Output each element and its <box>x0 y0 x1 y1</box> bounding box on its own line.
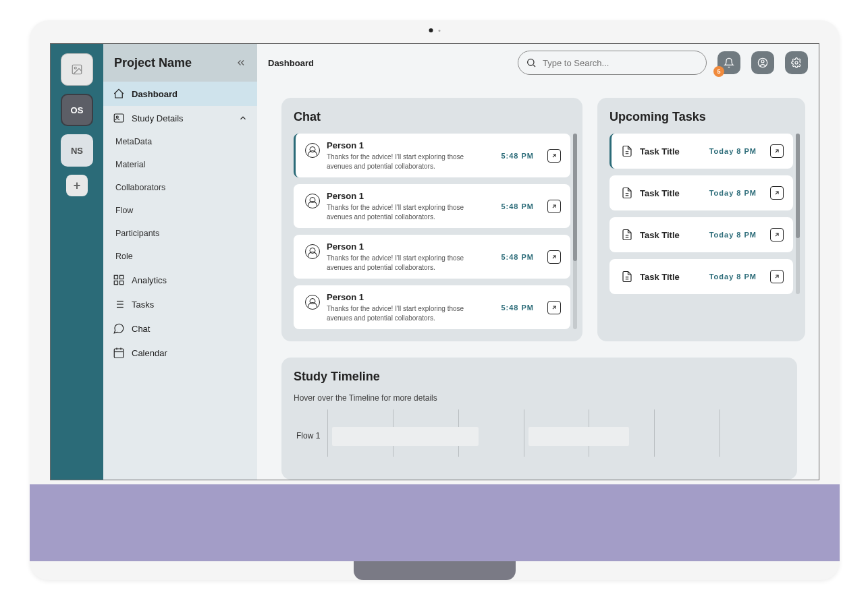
sidebar-item-study-details[interactable]: Study Details <box>103 106 257 130</box>
app-screen: OS NS + Project Name Dashboard Study Det… <box>50 43 819 480</box>
sidebar-item-label: Analytics <box>132 275 167 285</box>
arrow-up-right-icon <box>774 190 780 196</box>
open-chat-button[interactable] <box>547 200 561 213</box>
tasks-panel-title: Upcoming Tasks <box>609 110 793 124</box>
sidebar-sub-material[interactable]: Material <box>103 153 257 176</box>
notifications-button[interactable]: 5 <box>717 51 740 74</box>
arrow-up-right-icon <box>774 148 780 154</box>
chat-time: 5:48 PM <box>501 152 534 160</box>
scrollbar[interactable] <box>796 134 800 294</box>
contact-icon <box>113 112 125 124</box>
sidebar-item-dashboard[interactable]: Dashboard <box>103 82 257 106</box>
project-title: Project Name <box>114 56 192 70</box>
svg-line-23 <box>553 154 555 157</box>
breadcrumb: Dashboard <box>268 58 314 68</box>
search-input[interactable] <box>518 51 707 75</box>
chat-message: Thanks for the advice! I'll start explor… <box>327 254 490 272</box>
task-card[interactable]: Task Title Today 8 PM <box>609 134 793 169</box>
task-time: Today 8 PM <box>709 231 757 239</box>
task-card[interactable]: Task Title Today 8 PM <box>609 259 793 294</box>
timeline-bar[interactable] <box>528 427 629 446</box>
chevron-up-icon <box>238 113 248 123</box>
sidebar-item-calendar[interactable]: Calendar <box>103 341 257 365</box>
chat-time: 5:48 PM <box>501 304 534 312</box>
timeline-body[interactable]: Flow 1 <box>294 409 785 457</box>
sidebar-sub-collaborators[interactable]: Collaborators <box>103 176 257 199</box>
sidebar-sub-participants[interactable]: Participants <box>103 222 257 245</box>
image-icon <box>71 63 83 76</box>
document-icon <box>621 187 633 199</box>
task-card[interactable]: Task Title Today 8 PM <box>609 217 793 252</box>
panels-row: Chat Person 1 Thanks for the advice! I'l… <box>281 98 805 341</box>
settings-button[interactable] <box>785 51 808 74</box>
rail-add-workspace[interactable]: + <box>66 175 88 196</box>
sidebar-item-tasks[interactable]: Tasks <box>103 292 257 316</box>
scrollbar[interactable] <box>573 134 577 329</box>
sidebar-header: Project Name <box>103 44 257 82</box>
arrow-up-right-icon <box>774 273 780 280</box>
open-task-button[interactable] <box>770 144 784 158</box>
svg-point-1 <box>74 67 76 69</box>
arrow-up-right-icon <box>551 304 558 311</box>
tasks-panel: Upcoming Tasks Task Title Today 8 PM Tas… <box>597 98 805 341</box>
chat-message: Thanks for the advice! I'll start explor… <box>327 304 490 322</box>
svg-point-21 <box>761 60 764 63</box>
timeline-bar[interactable] <box>332 427 479 446</box>
task-list: Task Title Today 8 PM Task Title Today 8… <box>609 134 793 294</box>
chat-card[interactable]: Person 1 Thanks for the advice! I'll sta… <box>294 285 570 329</box>
collapse-sidebar-button[interactable] <box>236 58 246 67</box>
document-icon <box>621 145 633 157</box>
sidebar-item-analytics[interactable]: Analytics <box>103 268 257 292</box>
arrow-up-right-icon <box>551 203 558 210</box>
avatar-icon <box>305 244 320 259</box>
svg-line-32 <box>776 192 778 194</box>
sidebar-sub-role[interactable]: Role <box>103 245 257 268</box>
open-task-button[interactable] <box>770 270 784 283</box>
timeline-panel: Study Timeline Hover over the Timeline f… <box>281 358 797 480</box>
calendar-icon <box>113 347 125 359</box>
sidebar-item-label: Study Details <box>132 113 184 123</box>
user-icon <box>757 57 768 68</box>
sidebar-sub-metadata[interactable]: MetaData <box>103 130 257 153</box>
search-icon <box>526 57 537 68</box>
open-task-button[interactable] <box>770 228 784 241</box>
chat-card[interactable]: Person 1 Thanks for the advice! I'll sta… <box>294 235 570 279</box>
search-wrap <box>518 51 707 75</box>
rail-image-tile[interactable] <box>61 53 93 86</box>
project-rail: OS NS + <box>51 44 103 480</box>
chat-card[interactable]: Person 1 Thanks for the advice! I'll sta… <box>294 184 570 228</box>
task-time: Today 8 PM <box>709 273 757 281</box>
notification-badge: 5 <box>713 66 724 77</box>
list-icon <box>113 298 125 310</box>
rail-workspace-ns[interactable]: NS <box>61 134 93 167</box>
device-frame: OS NS + Project Name Dashboard Study Det… <box>30 20 840 580</box>
svg-rect-5 <box>120 275 124 279</box>
svg-point-22 <box>795 61 798 64</box>
device-base <box>30 484 840 561</box>
timeline-flow-label: Flow 1 <box>296 431 320 440</box>
sidebar-item-label: Tasks <box>132 300 154 310</box>
svg-line-26 <box>553 306 555 308</box>
task-title: Task Title <box>640 188 703 198</box>
home-icon <box>113 88 125 100</box>
task-card[interactable]: Task Title Today 8 PM <box>609 175 793 210</box>
rail-workspace-os[interactable]: OS <box>61 94 93 126</box>
sidebar-item-chat[interactable]: Chat <box>103 316 257 341</box>
chat-sender: Person 1 <box>327 241 490 252</box>
chat-card[interactable]: Person 1 Thanks for the advice! I'll sta… <box>294 134 570 177</box>
open-chat-button[interactable] <box>547 301 561 314</box>
chat-panel-title: Chat <box>294 110 570 124</box>
timeline-title: Study Timeline <box>294 370 785 384</box>
open-chat-button[interactable] <box>547 149 561 163</box>
sidebar-item-label: Dashboard <box>132 89 178 99</box>
document-icon <box>621 271 633 283</box>
gear-icon <box>791 57 802 68</box>
profile-button[interactable] <box>751 51 774 74</box>
chat-message: Thanks for the advice! I'll start explor… <box>327 152 490 171</box>
chat-list: Person 1 Thanks for the advice! I'll sta… <box>294 134 570 329</box>
sidebar-sub-flow[interactable]: Flow <box>103 199 257 222</box>
open-task-button[interactable] <box>770 186 784 200</box>
arrow-up-right-icon <box>551 152 558 159</box>
svg-line-35 <box>776 233 778 236</box>
open-chat-button[interactable] <box>547 250 561 264</box>
